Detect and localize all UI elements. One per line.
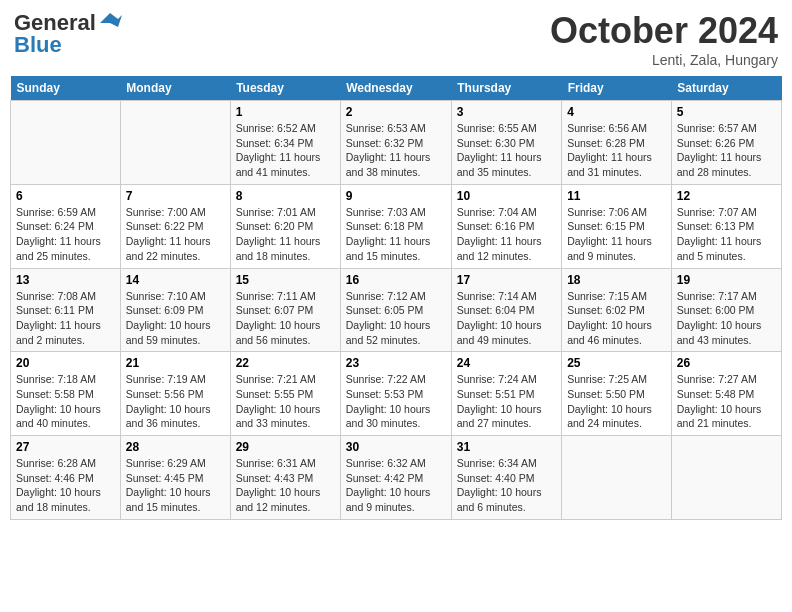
day-info: Sunrise: 6:59 AMSunset: 6:24 PMDaylight:…	[16, 205, 115, 264]
calendar-cell: 26Sunrise: 7:27 AMSunset: 5:48 PMDayligh…	[671, 352, 781, 436]
calendar-cell: 8Sunrise: 7:01 AMSunset: 6:20 PMDaylight…	[230, 184, 340, 268]
col-header-friday: Friday	[562, 76, 672, 101]
day-info: Sunrise: 7:03 AMSunset: 6:18 PMDaylight:…	[346, 205, 446, 264]
col-header-wednesday: Wednesday	[340, 76, 451, 101]
week-row-5: 27Sunrise: 6:28 AMSunset: 4:46 PMDayligh…	[11, 436, 782, 520]
day-number: 12	[677, 189, 776, 203]
week-row-2: 6Sunrise: 6:59 AMSunset: 6:24 PMDaylight…	[11, 184, 782, 268]
day-info: Sunrise: 7:17 AMSunset: 6:00 PMDaylight:…	[677, 289, 776, 348]
day-info: Sunrise: 6:28 AMSunset: 4:46 PMDaylight:…	[16, 456, 115, 515]
calendar-cell: 17Sunrise: 7:14 AMSunset: 6:04 PMDayligh…	[451, 268, 561, 352]
calendar-cell: 20Sunrise: 7:18 AMSunset: 5:58 PMDayligh…	[11, 352, 121, 436]
day-number: 4	[567, 105, 666, 119]
calendar-cell: 21Sunrise: 7:19 AMSunset: 5:56 PMDayligh…	[120, 352, 230, 436]
day-number: 29	[236, 440, 335, 454]
calendar-cell: 23Sunrise: 7:22 AMSunset: 5:53 PMDayligh…	[340, 352, 451, 436]
day-number: 26	[677, 356, 776, 370]
calendar-cell: 15Sunrise: 7:11 AMSunset: 6:07 PMDayligh…	[230, 268, 340, 352]
day-number: 9	[346, 189, 446, 203]
title-area: October 2024 Lenti, Zala, Hungary	[550, 10, 778, 68]
col-header-monday: Monday	[120, 76, 230, 101]
calendar-cell: 3Sunrise: 6:55 AMSunset: 6:30 PMDaylight…	[451, 101, 561, 185]
day-number: 10	[457, 189, 556, 203]
day-number: 17	[457, 273, 556, 287]
day-number: 19	[677, 273, 776, 287]
month-title: October 2024	[550, 10, 778, 52]
day-info: Sunrise: 7:01 AMSunset: 6:20 PMDaylight:…	[236, 205, 335, 264]
calendar-cell: 19Sunrise: 7:17 AMSunset: 6:00 PMDayligh…	[671, 268, 781, 352]
day-number: 30	[346, 440, 446, 454]
calendar-cell: 18Sunrise: 7:15 AMSunset: 6:02 PMDayligh…	[562, 268, 672, 352]
calendar-cell: 11Sunrise: 7:06 AMSunset: 6:15 PMDayligh…	[562, 184, 672, 268]
calendar-cell: 28Sunrise: 6:29 AMSunset: 4:45 PMDayligh…	[120, 436, 230, 520]
day-info: Sunrise: 7:10 AMSunset: 6:09 PMDaylight:…	[126, 289, 225, 348]
day-info: Sunrise: 7:07 AMSunset: 6:13 PMDaylight:…	[677, 205, 776, 264]
day-number: 15	[236, 273, 335, 287]
day-info: Sunrise: 7:21 AMSunset: 5:55 PMDaylight:…	[236, 372, 335, 431]
day-number: 27	[16, 440, 115, 454]
page-header: General Blue October 2024 Lenti, Zala, H…	[10, 10, 782, 68]
day-info: Sunrise: 7:19 AMSunset: 5:56 PMDaylight:…	[126, 372, 225, 431]
calendar-cell: 27Sunrise: 6:28 AMSunset: 4:46 PMDayligh…	[11, 436, 121, 520]
calendar-cell: 12Sunrise: 7:07 AMSunset: 6:13 PMDayligh…	[671, 184, 781, 268]
day-number: 11	[567, 189, 666, 203]
day-info: Sunrise: 6:34 AMSunset: 4:40 PMDaylight:…	[457, 456, 556, 515]
day-info: Sunrise: 6:52 AMSunset: 6:34 PMDaylight:…	[236, 121, 335, 180]
calendar-cell: 25Sunrise: 7:25 AMSunset: 5:50 PMDayligh…	[562, 352, 672, 436]
calendar-cell: 14Sunrise: 7:10 AMSunset: 6:09 PMDayligh…	[120, 268, 230, 352]
logo: General Blue	[14, 10, 122, 58]
calendar-cell: 24Sunrise: 7:24 AMSunset: 5:51 PMDayligh…	[451, 352, 561, 436]
day-info: Sunrise: 6:55 AMSunset: 6:30 PMDaylight:…	[457, 121, 556, 180]
calendar-cell: 29Sunrise: 6:31 AMSunset: 4:43 PMDayligh…	[230, 436, 340, 520]
calendar-cell	[120, 101, 230, 185]
day-number: 1	[236, 105, 335, 119]
day-info: Sunrise: 7:14 AMSunset: 6:04 PMDaylight:…	[457, 289, 556, 348]
week-row-3: 13Sunrise: 7:08 AMSunset: 6:11 PMDayligh…	[11, 268, 782, 352]
day-number: 8	[236, 189, 335, 203]
day-info: Sunrise: 7:15 AMSunset: 6:02 PMDaylight:…	[567, 289, 666, 348]
day-number: 18	[567, 273, 666, 287]
calendar-cell: 1Sunrise: 6:52 AMSunset: 6:34 PMDaylight…	[230, 101, 340, 185]
week-row-1: 1Sunrise: 6:52 AMSunset: 6:34 PMDaylight…	[11, 101, 782, 185]
day-info: Sunrise: 7:06 AMSunset: 6:15 PMDaylight:…	[567, 205, 666, 264]
svg-marker-0	[100, 13, 122, 27]
calendar-cell	[11, 101, 121, 185]
day-info: Sunrise: 7:08 AMSunset: 6:11 PMDaylight:…	[16, 289, 115, 348]
day-number: 2	[346, 105, 446, 119]
day-number: 22	[236, 356, 335, 370]
calendar-cell: 2Sunrise: 6:53 AMSunset: 6:32 PMDaylight…	[340, 101, 451, 185]
day-number: 5	[677, 105, 776, 119]
day-info: Sunrise: 6:32 AMSunset: 4:42 PMDaylight:…	[346, 456, 446, 515]
day-info: Sunrise: 6:31 AMSunset: 4:43 PMDaylight:…	[236, 456, 335, 515]
day-number: 7	[126, 189, 225, 203]
day-number: 25	[567, 356, 666, 370]
day-number: 21	[126, 356, 225, 370]
col-header-saturday: Saturday	[671, 76, 781, 101]
calendar-table: SundayMondayTuesdayWednesdayThursdayFrid…	[10, 76, 782, 520]
day-number: 24	[457, 356, 556, 370]
day-info: Sunrise: 7:24 AMSunset: 5:51 PMDaylight:…	[457, 372, 556, 431]
day-info: Sunrise: 7:00 AMSunset: 6:22 PMDaylight:…	[126, 205, 225, 264]
day-info: Sunrise: 7:11 AMSunset: 6:07 PMDaylight:…	[236, 289, 335, 348]
day-info: Sunrise: 6:53 AMSunset: 6:32 PMDaylight:…	[346, 121, 446, 180]
logo-bird-icon	[100, 13, 122, 31]
calendar-cell: 30Sunrise: 6:32 AMSunset: 4:42 PMDayligh…	[340, 436, 451, 520]
col-header-thursday: Thursday	[451, 76, 561, 101]
day-number: 20	[16, 356, 115, 370]
day-number: 23	[346, 356, 446, 370]
day-number: 13	[16, 273, 115, 287]
day-number: 16	[346, 273, 446, 287]
calendar-cell: 22Sunrise: 7:21 AMSunset: 5:55 PMDayligh…	[230, 352, 340, 436]
calendar-cell: 16Sunrise: 7:12 AMSunset: 6:05 PMDayligh…	[340, 268, 451, 352]
day-info: Sunrise: 6:29 AMSunset: 4:45 PMDaylight:…	[126, 456, 225, 515]
calendar-cell	[671, 436, 781, 520]
location: Lenti, Zala, Hungary	[550, 52, 778, 68]
calendar-header-row: SundayMondayTuesdayWednesdayThursdayFrid…	[11, 76, 782, 101]
day-info: Sunrise: 6:57 AMSunset: 6:26 PMDaylight:…	[677, 121, 776, 180]
day-number: 14	[126, 273, 225, 287]
calendar-cell: 13Sunrise: 7:08 AMSunset: 6:11 PMDayligh…	[11, 268, 121, 352]
calendar-cell: 10Sunrise: 7:04 AMSunset: 6:16 PMDayligh…	[451, 184, 561, 268]
day-number: 3	[457, 105, 556, 119]
day-info: Sunrise: 7:22 AMSunset: 5:53 PMDaylight:…	[346, 372, 446, 431]
col-header-tuesday: Tuesday	[230, 76, 340, 101]
